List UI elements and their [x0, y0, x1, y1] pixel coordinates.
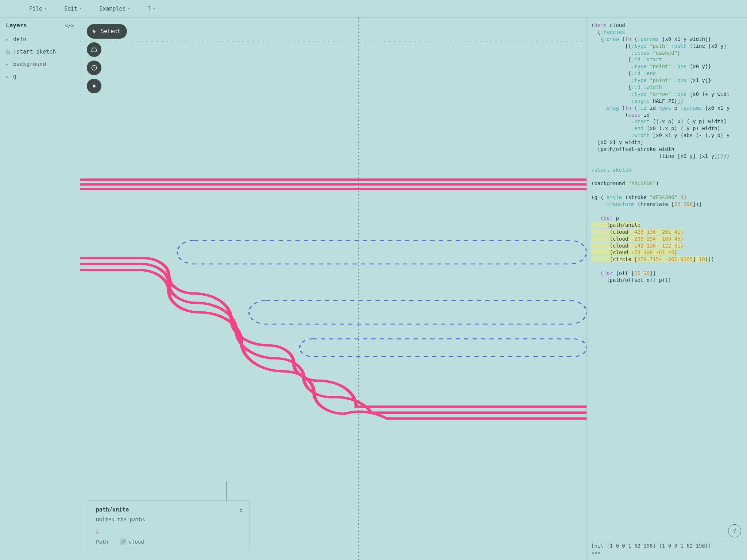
main-area: Layers </> ▶defn⚿:start-sketch▶backgroun… — [0, 18, 747, 560]
layer-item[interactable]: ⚿:start-sketch — [6, 46, 74, 58]
menu-edit[interactable]: Edit ▾ — [64, 5, 82, 12]
menu-bar: File ▾ Edit ▾ Examples ▾ ? ▾ — [0, 0, 747, 18]
help-infobox: path/unite ↥ Unites the paths △ Path ƒ c… — [89, 500, 249, 551]
menu-help[interactable]: ? ▾ — [148, 5, 155, 12]
tool-circle[interactable] — [87, 61, 101, 75]
layer-item[interactable]: ▶g — [6, 70, 74, 83]
triangle-right-icon: ▶ — [6, 38, 9, 42]
code-panel: (defn cloud {:handles {:draw (fn {:param… — [587, 18, 747, 560]
key-icon: ⚿ — [6, 49, 9, 54]
menu-file-label: File — [29, 5, 42, 12]
layer-label: g — [13, 73, 16, 80]
layer-label: defn — [13, 36, 26, 43]
infobox-description: Unites the paths — [96, 517, 243, 522]
eval-icon: √ — [733, 528, 736, 534]
layers-panel: Layers </> ▶defn⚿:start-sketch▶backgroun… — [0, 18, 80, 560]
svg-rect-6 — [249, 300, 587, 324]
cursor-icon — [92, 29, 97, 34]
svg-rect-5 — [177, 240, 587, 264]
tool-select[interactable]: Select — [87, 24, 127, 39]
chevron-down-icon: ▾ — [153, 7, 155, 11]
layer-item[interactable]: ▶defn — [6, 33, 74, 46]
triangle-right-icon: ▶ — [6, 62, 9, 66]
layer-label: :start-sketch — [13, 48, 56, 55]
up-arrow-icon[interactable]: ↥ — [240, 507, 243, 513]
tool-select-label: Select — [101, 28, 120, 35]
tool-trapezoid[interactable] — [87, 42, 101, 57]
chevron-down-icon: ▾ — [44, 7, 47, 11]
layers-list: ▶defn⚿:start-sketch▶background▶g — [6, 33, 74, 83]
layer-item[interactable]: ▶background — [6, 58, 74, 70]
console-output: [nil [1 0 0 1 62 198] [1 0 0 1 62 198]] — [591, 542, 743, 549]
function-chip-icon: ƒ — [120, 538, 127, 545]
canvas-svg — [80, 18, 587, 560]
menu-examples-label: Examples — [99, 5, 125, 12]
console-prompt[interactable]: >>> — [591, 549, 743, 556]
menu-examples[interactable]: Examples ▾ — [99, 5, 130, 12]
triangle-right-icon: ▶ — [6, 75, 9, 79]
infobox-param-type: Path — [96, 539, 108, 545]
layers-header: Layers </> — [6, 22, 74, 29]
chevron-down-icon: ▾ — [128, 7, 130, 11]
trapezoid-icon — [91, 47, 97, 52]
tool-column: Select — [87, 24, 127, 93]
infobox-param-value: ƒ cloud — [120, 538, 144, 545]
menu-file[interactable]: File ▾ — [9, 5, 47, 12]
tool-rect[interactable] — [87, 79, 101, 93]
eval-button[interactable]: √ — [728, 524, 741, 537]
infobox-param-name: cloud — [129, 539, 144, 545]
menu-help-label: ? — [148, 5, 151, 12]
code-editor[interactable]: (defn cloud {:handles {:draw (fn {:param… — [587, 18, 747, 540]
infobox-title: path/unite — [96, 506, 129, 513]
layers-title: Layers — [6, 22, 27, 29]
svg-rect-7 — [299, 339, 587, 357]
layer-label: background — [13, 61, 46, 67]
svg-rect-2 — [93, 85, 96, 88]
square-icon — [92, 83, 97, 89]
svg-point-1 — [94, 67, 95, 69]
canvas[interactable]: Select — [80, 18, 587, 560]
console: [nil [1 0 0 1 62 198] [1 0 0 1 62 198]] … — [587, 540, 747, 560]
toggle-code-icon[interactable]: </> — [65, 23, 74, 28]
chevron-down-icon: ▾ — [80, 7, 82, 11]
menu-edit-label: Edit — [64, 5, 77, 12]
circle-dot-icon — [91, 65, 97, 71]
warning-icon: △ — [96, 528, 243, 534]
